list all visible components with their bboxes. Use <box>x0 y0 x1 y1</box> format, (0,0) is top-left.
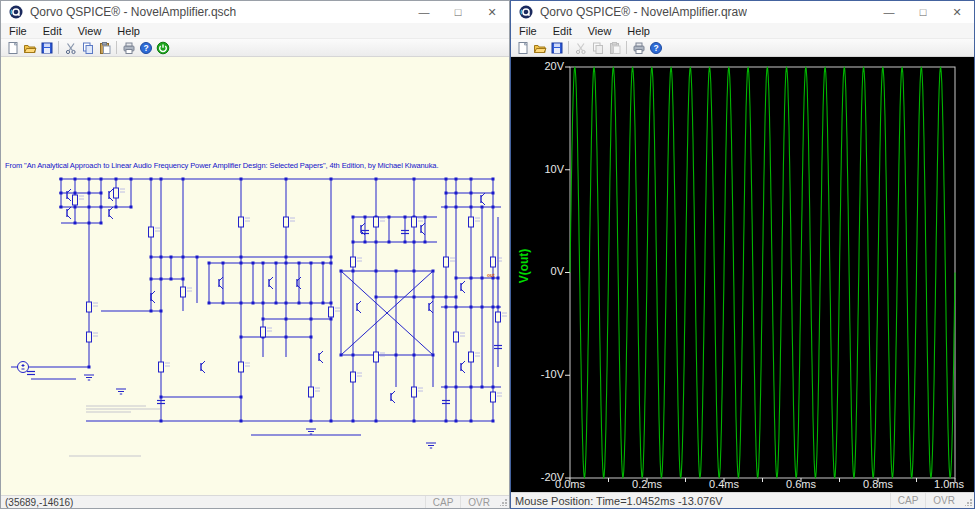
copy-icon[interactable] <box>79 40 96 56</box>
y-tick-label: 20V <box>522 60 564 74</box>
caps-lock-indicator: CAP <box>890 493 926 508</box>
save-icon[interactable] <box>38 40 55 56</box>
resize-grip-icon[interactable] <box>497 496 509 508</box>
schematic-drawing <box>1 57 509 495</box>
x-tick-label: 0.0ms <box>547 478 593 490</box>
help-icon[interactable]: ? <box>647 40 664 56</box>
titlebar[interactable]: Qorvo QSPICE® - NovelAmplifier.qsch — □ … <box>1 1 509 23</box>
menu-file[interactable]: File <box>519 25 537 37</box>
save-icon[interactable] <box>548 40 565 56</box>
toolbar-separator <box>568 41 569 54</box>
menu-view[interactable]: View <box>78 25 102 37</box>
new-file-icon[interactable] <box>4 40 21 56</box>
print-icon[interactable] <box>630 40 647 56</box>
waveform-window: Qorvo QSPICE® - NovelAmplifier.qraw — □ … <box>510 0 975 509</box>
x-tick-label: 0.4ms <box>701 478 747 490</box>
schematic-canvas[interactable]: From "An Analytical Approach to Linear A… <box>1 57 509 495</box>
out-net-label: out <box>487 272 495 278</box>
overwrite-indicator: OVR <box>925 493 962 508</box>
menu-help[interactable]: Help <box>627 25 650 37</box>
copy-icon <box>589 40 606 56</box>
toolbar: ? <box>511 39 974 57</box>
menu-view[interactable]: View <box>588 25 612 37</box>
window-title: Qorvo QSPICE® - NovelAmplifier.qraw <box>540 5 747 19</box>
y-tick-label: -10V <box>522 368 564 382</box>
paste-icon <box>606 40 623 56</box>
cut-icon <box>572 40 589 56</box>
titlebar[interactable]: Qorvo QSPICE® - NovelAmplifier.qraw — □ … <box>511 1 974 23</box>
open-icon[interactable] <box>531 40 548 56</box>
paste-icon[interactable] <box>96 40 113 56</box>
run-icon[interactable] <box>154 40 171 56</box>
toolbar: ? <box>1 39 509 57</box>
maximize-button[interactable]: □ <box>906 1 940 23</box>
new-file-icon[interactable] <box>514 40 531 56</box>
maximize-button[interactable]: □ <box>441 1 475 23</box>
toolbar-separator <box>116 41 117 54</box>
qorvo-logo-icon <box>9 5 23 19</box>
x-tick-label: 0.2ms <box>624 478 670 490</box>
toolbar-separator <box>58 41 59 54</box>
toolbar-separator <box>626 41 627 54</box>
statusbar: Mouse Position: Time=1.0452ms -13.076V C… <box>511 492 974 508</box>
print-icon[interactable] <box>120 40 137 56</box>
menu-help[interactable]: Help <box>117 25 140 37</box>
svg-text:?: ? <box>653 43 658 53</box>
schematic-window: Qorvo QSPICE® - NovelAmplifier.qsch — □ … <box>0 0 510 509</box>
menubar: File Edit View Help <box>1 23 509 39</box>
y-tick-label: 10V <box>522 163 564 177</box>
resize-grip-icon[interactable] <box>962 493 974 508</box>
menu-file[interactable]: File <box>9 25 27 37</box>
menu-edit[interactable]: Edit <box>43 25 62 37</box>
cut-icon[interactable] <box>62 40 79 56</box>
x-tick-label: 0.8ms <box>855 478 901 490</box>
waveform-trace-canvas <box>511 57 974 492</box>
qorvo-logo-icon <box>519 5 533 19</box>
open-icon[interactable] <box>21 40 38 56</box>
x-tick-label: 0.6ms <box>778 478 824 490</box>
minimize-button[interactable]: — <box>407 1 441 23</box>
caps-lock-indicator: CAP <box>425 496 461 508</box>
close-button[interactable]: ✕ <box>475 1 509 23</box>
menubar: File Edit View Help <box>511 23 974 39</box>
x-tick-label: 1.0ms <box>926 478 972 490</box>
menu-edit[interactable]: Edit <box>553 25 572 37</box>
y-tick-label: 0V <box>522 265 564 279</box>
minimize-button[interactable]: — <box>872 1 906 23</box>
close-button[interactable]: ✕ <box>940 1 974 23</box>
svg-text:?: ? <box>143 43 148 53</box>
waveform-plot[interactable]: V(out) 20V 10V 0V -10V -20V 0.0ms 0.2ms … <box>511 57 974 492</box>
statusbar: (35689,-14616) CAP OVR <box>1 495 509 508</box>
help-icon[interactable]: ? <box>137 40 154 56</box>
mouse-position-readout: Mouse Position: Time=1.0452ms -13.076V <box>511 495 723 507</box>
window-title: Qorvo QSPICE® - NovelAmplifier.qsch <box>30 5 236 19</box>
overwrite-indicator: OVR <box>460 496 497 508</box>
cursor-coordinates: (35689,-14616) <box>1 497 73 508</box>
schematic-note: From "An Analytical Approach to Linear A… <box>5 161 508 170</box>
